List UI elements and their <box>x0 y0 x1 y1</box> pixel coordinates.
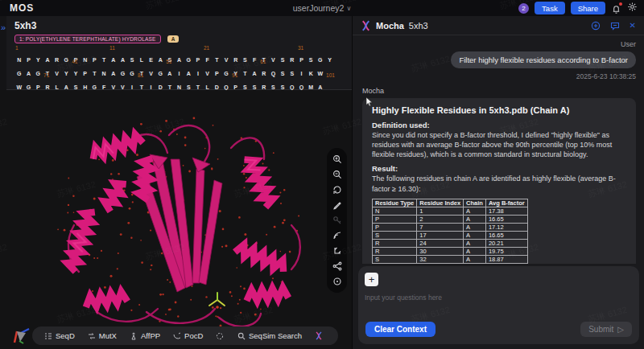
mocha-panel: Mocha 5xh3 ✕ User Filter highly flexible… <box>352 16 644 349</box>
residue-letter[interactable]: T <box>137 84 147 90</box>
close-icon[interactable]: ✕ <box>630 21 636 30</box>
residue-number: 11 <box>109 45 115 51</box>
residue-letter[interactable]: S <box>269 84 279 90</box>
notification-dot <box>619 2 622 6</box>
tool-pocd-label: PocD <box>184 331 203 340</box>
table-cell: 16.65 <box>485 231 527 239</box>
seqsim-search-button[interactable]: SeqSim Search <box>232 326 308 345</box>
angle-icon[interactable] <box>329 244 345 257</box>
result-text: The following residues in chain A are id… <box>372 174 626 193</box>
viewer-bottom-bar: SeqD MutX AffPP <box>0 323 352 349</box>
axis-gizmo-icon[interactable] <box>10 325 32 346</box>
avatar[interactable]: 2 <box>518 3 529 14</box>
residue-letter[interactable]: H <box>80 84 90 90</box>
chat-history-icon[interactable] <box>610 21 620 31</box>
tool-seqd[interactable]: SeqD <box>39 326 80 345</box>
residue-letter[interactable]: M <box>306 84 316 90</box>
table-cell: 17.38 <box>485 207 527 215</box>
topbar-actions: 2 Task Share <box>518 1 638 15</box>
residue-letter[interactable]: P <box>231 84 241 90</box>
residue-letter[interactable]: S <box>241 84 250 90</box>
structure-title: 5xh3 <box>14 20 344 31</box>
share-nodes-icon[interactable] <box>329 260 345 273</box>
residue-letter[interactable]: D <box>212 84 221 90</box>
task-button[interactable]: Task <box>535 2 565 14</box>
residue-letter[interactable]: P <box>33 84 43 90</box>
table-row: R30A19.75 <box>373 247 528 255</box>
residue-letter[interactable]: Q <box>297 84 307 90</box>
dna-icon <box>315 331 323 340</box>
tool-mutx[interactable]: MutX <box>82 326 122 345</box>
mocha-panel-subtitle: 5xh3 <box>409 21 428 31</box>
molecule-viewer[interactable]: SeqD MutX AffPP <box>0 90 352 349</box>
table-header: Residue Index <box>417 199 464 207</box>
residue-letter[interactable]: L <box>203 84 213 90</box>
measure-icon[interactable] <box>329 229 345 242</box>
app-root: MOS userJourney2 ∨ 2 Task Share <box>0 0 644 349</box>
residue-letter[interactable]: F <box>99 84 109 90</box>
residue-letter[interactable]: T <box>193 84 203 90</box>
app-logo: MOS <box>10 2 34 14</box>
message-timestamp: 2025-6-23 10:38:25 <box>362 72 636 80</box>
table-row: A45A17.04 <box>373 263 528 264</box>
residue-number: 81 <box>138 72 143 78</box>
residue-letter[interactable]: S <box>278 84 287 90</box>
residue-letter[interactable]: D <box>155 84 165 90</box>
table-cell: P <box>373 215 417 223</box>
molecule-badge[interactable]: 1: POLY(ETHYLENE TEREPHTHALATE) HYDROLAS… <box>14 35 161 43</box>
residue-letter[interactable]: N <box>175 84 184 90</box>
chain-badge[interactable]: A <box>167 35 180 43</box>
notifications-bell-icon[interactable] <box>611 3 621 14</box>
residue-letter[interactable]: A <box>61 84 71 90</box>
share-button[interactable]: Share <box>571 2 605 14</box>
mocha-button[interactable] <box>309 326 332 345</box>
zoom-in-icon[interactable] <box>329 153 345 166</box>
settings-gear-icon[interactable] <box>627 1 638 15</box>
sequence-rows[interactable]: 1112131NPYARGPNPTAASLEASAGPFTVRSFTVSRPSG… <box>14 45 344 85</box>
tool-affpp[interactable]: AffPP <box>124 326 166 345</box>
chat-messages[interactable]: User Filter highly flexible residues acc… <box>353 35 644 264</box>
table-cell: A <box>464 247 486 255</box>
project-switcher[interactable]: userJourney2 ∨ <box>293 3 351 13</box>
residue-letter[interactable]: A <box>316 84 325 90</box>
table-cell: S <box>373 255 417 263</box>
draw-icon[interactable] <box>329 199 345 211</box>
residue-letter[interactable]: I <box>147 84 156 90</box>
top-bar: MOS userJourney2 ∨ 2 Task Share <box>0 0 644 16</box>
residue-letter[interactable]: Q <box>287 84 297 90</box>
residue-letter[interactable]: I <box>127 84 137 90</box>
focus-icon[interactable] <box>329 275 345 288</box>
table-cell: N <box>373 207 417 215</box>
table-cell: 30 <box>417 247 464 255</box>
send-icon: ▷ <box>617 325 624 334</box>
residue-letter[interactable]: G <box>24 84 34 90</box>
residue-letter[interactable]: V <box>118 84 128 90</box>
residue-letter[interactable]: L <box>52 84 62 90</box>
tool-pocd[interactable]: PocD <box>167 326 208 345</box>
chat-input[interactable]: Input your questions here <box>365 294 633 302</box>
residue-number: 91 <box>232 72 237 78</box>
search-pill: SeqSim Search <box>225 326 338 345</box>
residue-letter[interactable]: R <box>43 84 52 90</box>
residue-letter[interactable]: S <box>71 84 80 90</box>
residue-letter[interactable]: Q <box>221 84 231 90</box>
attach-plus-button[interactable]: + <box>365 273 378 286</box>
submit-button[interactable]: Submit ▷ <box>580 322 632 337</box>
table-cell: A <box>464 223 486 231</box>
residue-letter[interactable]: G <box>90 84 100 90</box>
table-cell: A <box>464 231 486 239</box>
residue-letter[interactable]: R <box>259 84 269 90</box>
clear-context-button[interactable]: Clear Context <box>365 322 436 337</box>
residue-letter[interactable]: V <box>109 84 118 90</box>
new-chat-icon[interactable] <box>591 21 601 31</box>
key-icon[interactable] <box>329 214 345 227</box>
residue-letter[interactable]: S <box>250 84 259 90</box>
residue-letter[interactable]: W <box>14 84 24 90</box>
expand-sidebar-icon[interactable]: » <box>1 23 6 32</box>
zoom-out-icon[interactable] <box>329 168 345 181</box>
residue-letter[interactable]: T <box>165 84 175 90</box>
residue-letter[interactable]: S <box>184 84 193 90</box>
submit-label: Submit <box>588 325 613 334</box>
reset-view-icon[interactable] <box>329 183 345 196</box>
table-cell: A <box>464 207 486 215</box>
